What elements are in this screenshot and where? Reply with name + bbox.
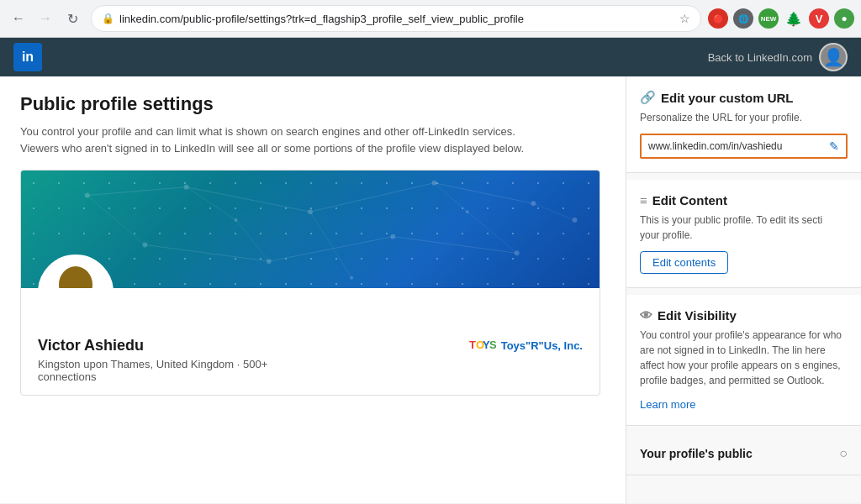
browser-chrome: ← → ↻ 🔒 linkedin.com/public-profile/sett… xyxy=(0,0,861,38)
svg-point-6 xyxy=(267,259,272,264)
linkedin-logo[interactable]: in xyxy=(13,43,42,71)
profile-avatar-svg xyxy=(41,255,110,288)
svg-line-13 xyxy=(87,187,187,196)
svg-line-23 xyxy=(310,212,351,278)
edit-visibility-section: 👁 Edit Visibility You control your profi… xyxy=(626,295,861,426)
svg-point-11 xyxy=(350,276,353,280)
svg-point-9 xyxy=(573,218,578,223)
visibility-arrow-icon: ○ xyxy=(839,446,848,461)
toys-r-us-logo: T O Y S xyxy=(469,337,496,352)
svg-line-16 xyxy=(434,183,533,204)
svg-line-24 xyxy=(434,183,467,212)
custom-url-section: 🔗 Edit your custom URL Personalize the U… xyxy=(626,76,861,173)
edit-visibility-title: 👁 Edit Visibility xyxy=(640,308,848,323)
visibility-public-section[interactable]: Your profile's public ○ xyxy=(626,433,861,475)
browser-icons: 🔴 🌐 NEW 🌲 V ● xyxy=(708,8,854,29)
profile-avatar-wrapper xyxy=(38,255,114,288)
svg-point-3 xyxy=(431,181,436,186)
svg-line-18 xyxy=(269,237,393,261)
reload-button[interactable]: ↻ xyxy=(61,7,84,30)
svg-line-26 xyxy=(533,203,574,220)
custom-url-title: 🔗 Edit your custom URL xyxy=(640,90,848,105)
company-name: Toys"R"Us, Inc. xyxy=(501,339,583,352)
visibility-title: Your profile's public xyxy=(640,447,753,460)
svg-line-25 xyxy=(467,212,517,253)
learn-more-link[interactable]: Learn more xyxy=(640,398,695,411)
custom-url-desc: Personalize the URL for your profile. xyxy=(640,110,848,125)
main-content: Public profile settings You control your… xyxy=(0,76,861,503)
svg-line-17 xyxy=(145,244,268,261)
svg-point-30 xyxy=(59,266,92,288)
profile-banner xyxy=(21,171,600,288)
back-to-linkedin[interactable]: Back to LinkedIn.com 👤 xyxy=(708,43,848,71)
link-icon: 🔗 xyxy=(640,90,656,105)
profile-card: Victor Ashiedu T O Y S Toys"R"Us, Inc. xyxy=(20,170,600,396)
url-edit-icon[interactable]: ✎ xyxy=(829,139,839,153)
address-bar[interactable]: 🔒 linkedin.com/public-profile/settings?t… xyxy=(91,5,701,32)
page-title: Public profile settings xyxy=(20,93,605,115)
extension-icon-tree[interactable]: 🌲 xyxy=(784,8,804,29)
svg-line-14 xyxy=(187,187,310,212)
user-avatar-icon[interactable]: V xyxy=(809,8,829,29)
lock-icon: 🔒 xyxy=(102,13,114,24)
linkedin-header: in Back to LinkedIn.com 👤 xyxy=(0,38,861,76)
profile-info: Victor Ashiedu T O Y S Toys"R"Us, Inc. xyxy=(21,288,600,395)
svg-point-1 xyxy=(184,185,189,190)
svg-point-4 xyxy=(531,201,536,206)
eye-icon: 👁 xyxy=(640,308,652,323)
url-box[interactable]: www.linkedin.com/in/vashiedu ✎ xyxy=(640,134,848,159)
browser-toolbar: ← → ↻ 🔒 linkedin.com/public-profile/sett… xyxy=(0,0,861,37)
svg-point-2 xyxy=(308,209,313,214)
svg-point-7 xyxy=(390,234,395,239)
edit-contents-button[interactable]: Edit contents xyxy=(640,251,728,274)
bookmark-icon[interactable]: ☆ xyxy=(679,12,690,25)
page-description: You control your profile and can limit w… xyxy=(20,123,600,156)
profile-name-row: Victor Ashiedu T O Y S Toys"R"Us, Inc. xyxy=(38,337,583,354)
edit-content-section: ≡ Edit Content This is your public profi… xyxy=(626,180,861,288)
url-value: www.linkedin.com/in/vashiedu xyxy=(648,140,782,152)
nav-buttons: ← → ↻ xyxy=(7,7,84,30)
profile-name-text: Victor Ashiedu xyxy=(38,337,144,354)
svg-line-22 xyxy=(236,220,269,261)
svg-line-20 xyxy=(87,195,145,244)
back-button[interactable]: ← xyxy=(7,7,30,30)
user-avatar[interactable]: 👤 xyxy=(819,43,848,71)
extension-icon-globe[interactable]: 🌐 xyxy=(733,8,753,29)
left-panel: Public profile settings You control your… xyxy=(0,76,626,503)
right-panel: 🔗 Edit your custom URL Personalize the U… xyxy=(626,76,861,503)
svg-line-15 xyxy=(310,183,434,212)
edit-visibility-desc: You control your profile's appearance fo… xyxy=(640,328,848,388)
svg-point-8 xyxy=(515,250,520,255)
edit-content-desc: This is your public profile. To edit its… xyxy=(640,213,848,243)
extension-icon-new[interactable]: NEW xyxy=(758,8,779,29)
profile-location: Kingston upon Thames, United Kingdom · 5… xyxy=(38,358,583,383)
forward-button[interactable]: → xyxy=(34,7,57,30)
extension-icon-green[interactable]: ● xyxy=(834,8,854,29)
svg-text:S: S xyxy=(489,339,496,351)
svg-line-21 xyxy=(187,187,236,220)
company-badge[interactable]: T O Y S Toys"R"Us, Inc. xyxy=(469,337,583,354)
url-text: linkedin.com/public-profile/settings?trk… xyxy=(119,13,674,25)
network-pattern xyxy=(21,171,600,286)
company-logo: T O Y S xyxy=(469,337,496,354)
svg-point-10 xyxy=(235,218,238,222)
svg-point-12 xyxy=(466,210,469,213)
lines-icon: ≡ xyxy=(640,193,647,207)
edit-content-title: ≡ Edit Content xyxy=(640,193,848,207)
svg-point-5 xyxy=(142,243,147,248)
extension-icon-red[interactable]: 🔴 xyxy=(708,8,728,29)
svg-line-19 xyxy=(393,237,516,254)
svg-text:T: T xyxy=(469,339,476,351)
svg-point-0 xyxy=(85,193,90,198)
